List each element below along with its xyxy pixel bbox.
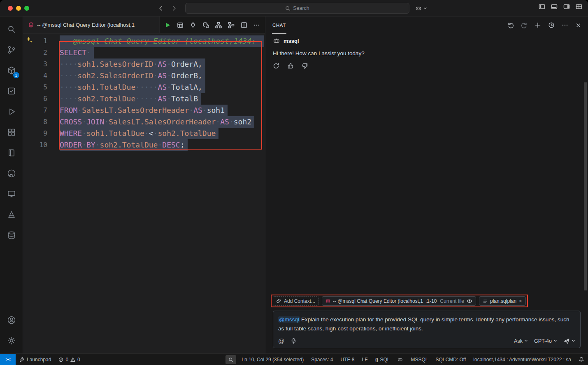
- selected-code-text: SELECT·: [60, 47, 94, 58]
- toggle-sidebar-right-icon[interactable]: [563, 3, 570, 10]
- activity-remote-explorer[interactable]: [2, 184, 21, 204]
- results-grid-icon[interactable]: [177, 22, 184, 28]
- line-number: 9: [23, 128, 47, 139]
- code-editor[interactable]: 1-- @mssql Chat Query Editor (localhost,…: [23, 34, 265, 353]
- activity-search[interactable]: [2, 19, 21, 40]
- eol-status[interactable]: LF: [358, 354, 372, 365]
- code-line[interactable]: 8CROSS·JOIN·SalesLT.SalesOrderHeader·AS·…: [23, 116, 265, 128]
- plan-chip-label: plan.sqlplan: [490, 298, 516, 304]
- chat-tab[interactable]: CHAT: [272, 16, 286, 34]
- code-line[interactable]: 5····soh1.TotalDue·····AS·TotalA,: [23, 82, 265, 93]
- copilot-menu-button[interactable]: [415, 3, 427, 13]
- file-lines-icon: [483, 299, 488, 304]
- line-number: 7: [23, 105, 47, 116]
- toggle-sidebar-left-icon[interactable]: [539, 3, 545, 10]
- new-chat-icon[interactable]: [535, 22, 541, 28]
- code-line[interactable]: 9WHERE·soh1.TotalDue·<·soh2.TotalDue: [23, 128, 265, 139]
- activity-packages[interactable]: 1: [2, 60, 21, 81]
- forward-icon[interactable]: [171, 5, 177, 12]
- code-line[interactable]: 10ORDER·BY·soh2.TotalDue·DESC;: [23, 139, 265, 151]
- activity-run-debug[interactable]: [2, 101, 21, 122]
- model-picker-dropdown[interactable]: GPT-4o: [534, 338, 557, 344]
- code-line[interactable]: 2SELECT·: [23, 47, 265, 58]
- send-button[interactable]: [563, 338, 575, 344]
- sqlcmd-status[interactable]: SQLCMD: Off: [432, 354, 470, 365]
- code-line[interactable]: 6····soh2.TotalDue·····AS·TotalB: [23, 93, 265, 105]
- mention-button[interactable]: @: [278, 337, 284, 344]
- editor-tab[interactable]: -- @mssql Chat Query Editor (localhost,1: [23, 16, 160, 33]
- chat-close-icon[interactable]: [575, 22, 581, 28]
- chat-redo-icon[interactable]: [521, 22, 528, 28]
- plan-file-chip[interactable]: plan.sqlplan ×: [479, 296, 526, 306]
- minimize-window-button[interactable]: [16, 6, 21, 11]
- split-editor-icon[interactable]: [241, 22, 247, 28]
- code-line[interactable]: 3····soh1.SalesOrderID·AS·OrderA,: [23, 58, 265, 70]
- chat-scrollbar-thumb[interactable]: [584, 82, 587, 290]
- chat-input-box[interactable]: @mssqlExplain the execution plan for the…: [273, 311, 581, 348]
- chat-history-icon[interactable]: [548, 22, 555, 28]
- activity-testing[interactable]: [2, 81, 21, 101]
- actual-plan-icon[interactable]: [228, 22, 235, 28]
- eye-icon[interactable]: [467, 299, 472, 304]
- add-context-button[interactable]: Add Context...: [273, 296, 319, 306]
- launchpad-label: Launchpad: [27, 357, 51, 363]
- zoom-status[interactable]: [225, 355, 236, 364]
- thumbs-down-icon[interactable]: [302, 63, 308, 69]
- indentation-status[interactable]: Spaces: 4: [307, 354, 337, 365]
- code-line[interactable]: 1-- @mssql Chat Query Editor (localhost,…: [23, 35, 265, 47]
- connection-status[interactable]: localhost,1434 : AdventureWorksLT2022 : …: [469, 354, 575, 365]
- database-file-icon: [28, 22, 34, 28]
- activity-accounts[interactable]: [2, 310, 21, 330]
- context-chips-row: Add Context... -- @mssql Chat Query Edit…: [271, 295, 528, 307]
- chip-close-icon[interactable]: ×: [519, 298, 522, 304]
- notifications-bell[interactable]: [575, 354, 588, 365]
- back-icon[interactable]: [158, 5, 164, 12]
- activity-database[interactable]: [2, 225, 21, 246]
- thumbs-up-icon[interactable]: [287, 63, 294, 69]
- cursor-position-status[interactable]: Ln 10, Col 29 (354 selected): [238, 354, 307, 365]
- encoding-status[interactable]: UTF-8: [337, 354, 358, 365]
- microphone-icon[interactable]: [291, 338, 297, 344]
- remote-indicator[interactable]: ><: [0, 354, 16, 365]
- command-center-search[interactable]: Search: [185, 3, 409, 14]
- run-query-button[interactable]: [164, 22, 171, 28]
- regenerate-icon[interactable]: [273, 63, 279, 69]
- code-line[interactable]: 4····soh2.SalesOrderID·AS·OrderB,: [23, 70, 265, 82]
- chat-undo-icon[interactable]: [507, 22, 514, 28]
- chevron-down-icon: [423, 7, 427, 10]
- launchpad-status[interactable]: Launchpad: [16, 354, 55, 365]
- language-status[interactable]: {} SQL: [372, 354, 394, 365]
- mssql-status[interactable]: MSSQL: [407, 354, 432, 365]
- copilot-icon: [415, 5, 422, 12]
- change-connection-icon[interactable]: [202, 22, 209, 28]
- send-options-chevron-icon: [572, 339, 575, 343]
- activity-extensions[interactable]: [2, 122, 21, 143]
- chat-more-actions-icon[interactable]: [562, 22, 568, 28]
- estimated-plan-icon[interactable]: [215, 22, 222, 28]
- search-placeholder: Search: [293, 5, 309, 11]
- chat-mode-dropdown[interactable]: Ask: [514, 338, 528, 344]
- selected-code-text: ····soh2.SalesOrderID·AS·OrderB,: [60, 70, 205, 82]
- editor-more-actions-icon[interactable]: [253, 22, 260, 28]
- customize-layout-icon[interactable]: [576, 3, 582, 10]
- current-file-chip[interactable]: -- @mssql Chat Query Editor (localhost,1…: [322, 296, 476, 306]
- chat-header: CHAT: [265, 16, 588, 34]
- activity-notebooks[interactable]: [2, 143, 21, 163]
- activity-github[interactable]: [2, 163, 21, 184]
- copilot-status[interactable]: [393, 354, 407, 365]
- connect-plug-icon[interactable]: [190, 22, 196, 28]
- activity-source-control[interactable]: [2, 40, 21, 60]
- problems-status[interactable]: 0 0: [55, 354, 84, 365]
- copilot-sparkle-icon[interactable]: [26, 36, 33, 43]
- code-line[interactable]: 7FROM·SalesLT.SalesOrderHeader·AS·soh1: [23, 105, 265, 116]
- status-bar: >< Launchpad 0 0 Ln 10, Col 29 (354 se: [0, 353, 588, 365]
- toggle-panel-icon[interactable]: [551, 3, 558, 10]
- close-window-button[interactable]: [8, 6, 13, 11]
- zoom-window-button[interactable]: [24, 6, 29, 11]
- chat-input-text[interactable]: @mssqlExplain the execution plan for the…: [278, 315, 575, 333]
- remote-icon: ><: [5, 357, 10, 362]
- selected-code-text: -- @mssql Chat Query Editor (localhost,1…: [60, 35, 264, 47]
- mssql-mention-chip[interactable]: @mssql: [278, 316, 300, 323]
- activity-settings-gear[interactable]: [2, 330, 21, 351]
- activity-azure[interactable]: [2, 204, 21, 225]
